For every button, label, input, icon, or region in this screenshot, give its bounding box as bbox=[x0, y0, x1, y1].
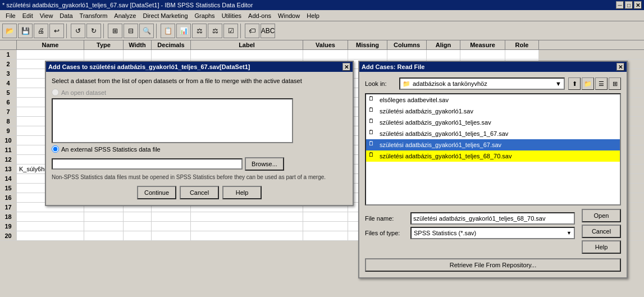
find-btn[interactable]: 🔍 bbox=[139, 24, 154, 38]
add-cases-buttons: Continue Cancel Help bbox=[52, 186, 347, 199]
look-in-label: Look in: bbox=[365, 80, 396, 87]
menu-file[interactable]: File bbox=[2, 11, 19, 20]
title-text: * születési adatbázis_gyakorló1_teljes_6… bbox=[2, 2, 253, 8]
list-item[interactable]: 🗒 születési adatbázis_gyakorló1_teljes.s… bbox=[366, 117, 620, 128]
col-header-width: Width bbox=[124, 40, 152, 49]
menu-bar: File Edit View Data Transform Analyze Di… bbox=[0, 10, 644, 21]
add-cases-titlebar: Add Cases to születési adatbázis_gyakorl… bbox=[46, 62, 353, 72]
detail-view-btn[interactable]: ⊞ bbox=[609, 77, 621, 90]
add-cases-note: Non-SPSS Statistics data files must be o… bbox=[52, 174, 347, 180]
radio-external[interactable] bbox=[52, 145, 59, 153]
menu-edit[interactable]: Edit bbox=[19, 11, 36, 20]
radio-open-label: An open dataset bbox=[61, 89, 106, 96]
browse-button[interactable]: Browse... bbox=[245, 157, 284, 171]
menu-window[interactable]: Window bbox=[275, 11, 303, 20]
col-header-role: Role bbox=[505, 40, 539, 49]
read-file-dialog: Add Cases: Read File ✕ Look in: 📁 adatbá… bbox=[358, 61, 628, 278]
list-item-selected-yellow[interactable]: 🗒 születési adatbázis_gyakorló1_teljes_6… bbox=[366, 150, 620, 162]
right-btn-col: Open Cancel Help bbox=[582, 209, 621, 254]
sep1 bbox=[66, 24, 68, 38]
look-in-arrow: ▼ bbox=[555, 80, 561, 87]
read-file-close[interactable]: ✕ bbox=[616, 63, 624, 71]
insert-var-btn[interactable]: 📊 bbox=[176, 24, 191, 38]
redo-btn[interactable]: ↻ bbox=[86, 24, 101, 38]
menu-help[interactable]: Help bbox=[303, 11, 323, 20]
list-item[interactable]: 🗒 születési adatbázis_gyakorló1_teljes_1… bbox=[366, 128, 620, 139]
minimize-btn[interactable]: ─ bbox=[616, 1, 624, 9]
file-name: születési adatbázis_gyakorló1_teljes_67.… bbox=[380, 141, 501, 148]
file-icon: 🗒 bbox=[368, 118, 377, 127]
add-cases-body: Select a dataset from the list of open d… bbox=[46, 72, 353, 205]
nav-up-btn[interactable]: ⬆ bbox=[568, 77, 581, 90]
col-header-columns: Columns bbox=[387, 40, 427, 49]
menu-utilities[interactable]: Utilities bbox=[218, 11, 245, 20]
list-view-btn[interactable]: ☰ bbox=[595, 77, 608, 90]
file-name-input[interactable] bbox=[410, 212, 575, 225]
look-in-combo[interactable]: 📁 adatbázisok a tankönyvhöz ▼ bbox=[399, 77, 565, 90]
radio-open-dataset[interactable] bbox=[52, 89, 59, 96]
menu-data[interactable]: Data bbox=[56, 11, 76, 20]
value-labels-btn[interactable]: 🏷 bbox=[245, 24, 259, 38]
look-in-value: adatbázisok a tankönyvhöz bbox=[413, 80, 555, 87]
title-bar: * születési adatbázis_gyakorló1_teljes_6… bbox=[0, 0, 644, 10]
menu-transform[interactable]: Transform bbox=[76, 11, 111, 20]
add-cases-close[interactable]: ✕ bbox=[342, 63, 350, 71]
file-name: elsőleges adatbevitel.sav bbox=[380, 97, 449, 103]
add-cases-title: Add Cases to születési adatbázis_gyakorl… bbox=[48, 63, 250, 70]
open-btn[interactable]: 📂 bbox=[2, 24, 17, 38]
toolbar: 📂 💾 🖨 ↩ ↺ ↻ ⊞ ⊟ 🔍 📋 📊 ⚖ ⚖ ☑ 🏷 ABC bbox=[0, 21, 644, 40]
look-in-row: Look in: 📁 adatbázisok a tankönyvhöz ▼ ⬆… bbox=[365, 77, 621, 90]
file-icon: 🗒 bbox=[368, 140, 377, 149]
dialog-recall-btn[interactable]: ↩ bbox=[49, 24, 64, 38]
insert-cases-btn[interactable]: 📋 bbox=[161, 24, 175, 38]
col-header-decimals: Decimals bbox=[152, 40, 191, 49]
read-file-titlebar: Add Cases: Read File ✕ bbox=[359, 62, 627, 72]
file-type-combo[interactable]: SPSS Statistics (*.sav) ▼ bbox=[410, 227, 575, 239]
file-type-label: Files of type: bbox=[365, 230, 407, 236]
menu-graphs[interactable]: Graphs bbox=[191, 11, 218, 20]
read-file-body: Look in: 📁 adatbázisok a tankönyvhöz ▼ ⬆… bbox=[359, 72, 627, 277]
col-header-label: Label bbox=[191, 40, 303, 49]
print-btn[interactable]: 🖨 bbox=[34, 24, 48, 38]
menu-view[interactable]: View bbox=[36, 11, 57, 20]
new-folder-btn[interactable]: 📁 bbox=[582, 77, 594, 90]
open-button[interactable]: Open bbox=[582, 209, 621, 222]
help-button[interactable]: Help bbox=[222, 186, 262, 199]
read-file-help-button[interactable]: Help bbox=[582, 240, 621, 254]
open-dataset-listbox[interactable] bbox=[52, 98, 293, 143]
column-headers: Name Type Width Decimals Label Values Mi… bbox=[0, 40, 644, 50]
read-file-cancel-button[interactable]: Cancel bbox=[582, 225, 621, 238]
file-name: születési adatbázis_gyakorló1_teljes.sav bbox=[380, 119, 491, 126]
undo-btn[interactable]: ↺ bbox=[71, 24, 85, 38]
cancel-button[interactable]: Cancel bbox=[180, 186, 219, 199]
file-type-value: SPSS Statistics (*.sav) bbox=[414, 230, 476, 236]
combo-arrow-icon: ▼ bbox=[567, 230, 572, 236]
radio-external-row: An external SPSS Statistics data file bbox=[52, 145, 347, 153]
list-item-selected-blue[interactable]: 🗒 születési adatbázis_gyakorló1_teljes_6… bbox=[366, 139, 620, 150]
retrieve-button[interactable]: Retrieve File From Repository... bbox=[365, 258, 621, 272]
file-type-row: Files of type: SPSS Statistics (*.sav) ▼ bbox=[365, 227, 575, 239]
table-row: 1 bbox=[0, 50, 644, 60]
abc-btn[interactable]: ABC bbox=[261, 24, 275, 38]
menu-analyze[interactable]: Analyze bbox=[111, 11, 139, 20]
save-btn[interactable]: 💾 bbox=[18, 24, 33, 38]
goto-case-btn[interactable]: ⊞ bbox=[108, 24, 122, 38]
file-list[interactable]: 🗒 elsőleges adatbevitel.sav 🗒 születési … bbox=[365, 93, 621, 205]
goto-var-btn[interactable]: ⊟ bbox=[124, 24, 138, 38]
file-name: születési adatbázis_gyakorló1_teljes_1_6… bbox=[380, 130, 508, 137]
menu-addons[interactable]: Add-ons bbox=[245, 11, 275, 20]
file-icon: 🗒 bbox=[368, 95, 377, 104]
weight-btn[interactable]: ⚖ bbox=[208, 24, 222, 38]
close-btn[interactable]: ✕ bbox=[634, 1, 642, 9]
menu-direct-marketing[interactable]: Direct Marketing bbox=[139, 11, 191, 20]
split-btn[interactable]: ⚖ bbox=[192, 24, 207, 38]
select-cases-btn[interactable]: ☑ bbox=[223, 24, 238, 38]
continue-button[interactable]: Continue bbox=[137, 186, 176, 199]
list-item[interactable]: 🗒 születési adatbázis_gyakorló1.sav bbox=[366, 106, 620, 117]
list-item[interactable]: 🗒 elsőleges adatbevitel.sav bbox=[366, 94, 620, 106]
file-path-input[interactable] bbox=[52, 158, 243, 170]
maximize-btn[interactable]: □ bbox=[625, 1, 633, 9]
sep2 bbox=[103, 24, 106, 38]
file-icon: 🗒 bbox=[368, 129, 377, 138]
file-name-label: File name: bbox=[365, 215, 407, 222]
